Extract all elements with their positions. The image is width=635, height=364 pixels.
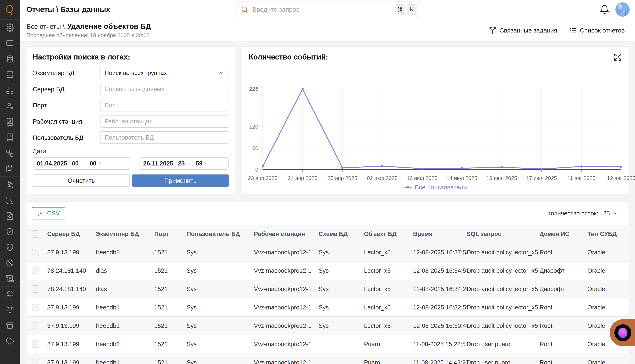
sidebar-item-archive[interactable] [0,318,20,333]
filter-input[interactable] [105,86,225,92]
table-cell: Vvz-macbookpro12-1 [254,280,319,298]
sidebar-item-report-book[interactable] [0,130,20,145]
sidebar-item-network[interactable] [0,82,20,98]
sidebar-item-notifications[interactable] [0,302,20,318]
row-checkbox[interactable] [32,267,39,274]
table-cell: Lector_x5 [364,243,413,262]
table-header-row: Сервер БДЭкземпляр БДПортПользователь БД… [27,225,628,243]
table-cell: Sys [187,262,254,280]
date-from-hour-value: 00 [72,160,79,167]
table-cell: 1521 [154,243,187,262]
users-icon [6,290,14,298]
row-checkbox[interactable] [32,322,39,330]
column-header: SQL запрос [466,225,539,243]
row-checkbox[interactable] [32,359,39,364]
date-to-hour[interactable]: 23 [178,160,191,167]
related-tasks-button[interactable]: Связанные задания [489,27,557,34]
sidebar-item-settings[interactable] [0,20,20,35]
expand-chart-icon[interactable] [613,53,622,61]
report-list-label: Список отчетов [580,27,625,34]
table-cell: Sys [187,335,254,353]
row-checkbox[interactable] [32,249,39,256]
table-row: 78.24.181.140dias1521SysVvz-macbookpro12… [27,262,628,280]
sidebar-item-ban[interactable] [0,255,20,271]
svg-text:120: 120 [249,124,258,130]
filter-input[interactable] [105,134,225,141]
table-cell: 12-08-2025 16:34:25 [413,280,466,298]
sidebar-item-user-settings[interactable] [0,98,20,114]
field-label: Пользователь БД [33,134,100,141]
table-cell: Oracle [587,353,628,364]
clear-button[interactable]: Очистить [33,174,130,186]
apply-button[interactable]: Применить [132,174,229,186]
global-search[interactable]: ⌘ K [236,1,420,18]
table-cell: 37.9.13.199 [47,316,96,335]
date-to-minute[interactable]: 59 [196,160,209,167]
date-from-value[interactable]: 01.04.2025 [37,160,67,167]
table-cell: Sys [319,262,364,280]
support-chat-button[interactable] [610,319,635,346]
field-label: Сервер БД [33,86,100,93]
search-input[interactable] [252,6,393,13]
table-cell: Lector_x5 [364,262,413,280]
table-cell: Drop user puaro [466,353,539,364]
table-cell: Sys [319,280,364,298]
report-list-button[interactable]: Список отчетов [569,27,625,34]
date-to-value[interactable]: 26.11.2025 [143,160,173,167]
table-cell: 1521 [154,316,187,335]
sidebar-item-cloud-download[interactable] [0,333,20,349]
sidebar-item-database[interactable] [0,51,20,67]
filter-row: Сервер БД [33,83,229,95]
date-from[interactable]: 01.04.2025 00 00 [33,157,131,170]
sidebar-item-scroll-text[interactable] [0,271,20,286]
db-instance-select[interactable]: Поиск во всех группах [100,67,229,79]
rows-per-page-label: Количество строк: [547,210,598,217]
workflow-icon [6,149,14,158]
row-checkbox[interactable] [32,340,39,348]
filter-row: Экземпляр БД Поиск во всех группах [33,67,229,79]
breadcrumb-all-reports[interactable]: Все отчеты \ [27,23,65,30]
sidebar-item-app-window[interactable] [0,35,20,51]
sidebar-item-scan-search[interactable] [0,192,20,208]
field-control [100,131,229,144]
date-to[interactable]: 26.11.2025 23 59 [139,157,229,170]
sidebar-group [0,145,20,176]
csv-export-button[interactable]: CSV [32,207,66,220]
table-cell: 12-08-2025 16:32:59 [413,298,466,316]
row-checkbox[interactable] [32,286,39,293]
sidebar-item-workflow[interactable] [0,145,20,161]
filter-input[interactable] [105,102,225,109]
sidebar-item-users[interactable] [0,286,20,302]
app-logo[interactable] [0,0,20,20]
table-cell: 37.9.13.199 [47,243,96,262]
table-cell: freepdb1 [96,335,154,353]
table-row: 37.9.13.199freepdb11521SysVvz-macbookpro… [27,243,628,262]
main-area: Отчеты \ Базы данных ⌘ K Все отчеты \ Уд… [20,0,635,364]
chat-mascot-icon [614,324,631,341]
sidebar-item-calendar[interactable] [0,161,20,176]
row-checkbox[interactable] [32,304,39,311]
date-from-hour[interactable]: 00 [72,160,85,167]
field-label: Экземпляр БД [33,70,100,76]
column-header: Схема БД [319,225,364,243]
sidebar-item-shield-check[interactable] [0,224,20,240]
user-avatar[interactable] [615,2,630,17]
sidebar-item-shield-dots[interactable] [0,240,20,255]
legend-item-all-users[interactable]: Все пользователи [249,184,622,191]
table-cell: Диасофт [540,280,587,298]
sidebar-item-microscope[interactable] [0,177,20,192]
sidebar-item-contacts-book[interactable] [0,114,20,130]
sidebar-item-file-search[interactable] [0,208,20,224]
sidebar-item-servers[interactable] [0,67,20,82]
filter-input[interactable] [105,118,225,125]
notifications-bell-icon[interactable] [599,4,609,14]
topbar: Отчеты \ Базы данных ⌘ K [20,0,635,19]
table-cell: Vvz-macbookpro12-1 [254,316,319,335]
table-cell: Root [540,335,587,353]
table-cell: Drop audit policy lector_x5 [466,316,539,335]
select-all-checkbox[interactable] [32,230,39,238]
rows-per-page-select[interactable]: 25 [603,210,617,217]
date-from-minute[interactable]: 00 [90,160,103,167]
table-cell: freepdb1 [96,243,154,262]
table-cell: 1521 [154,298,187,316]
